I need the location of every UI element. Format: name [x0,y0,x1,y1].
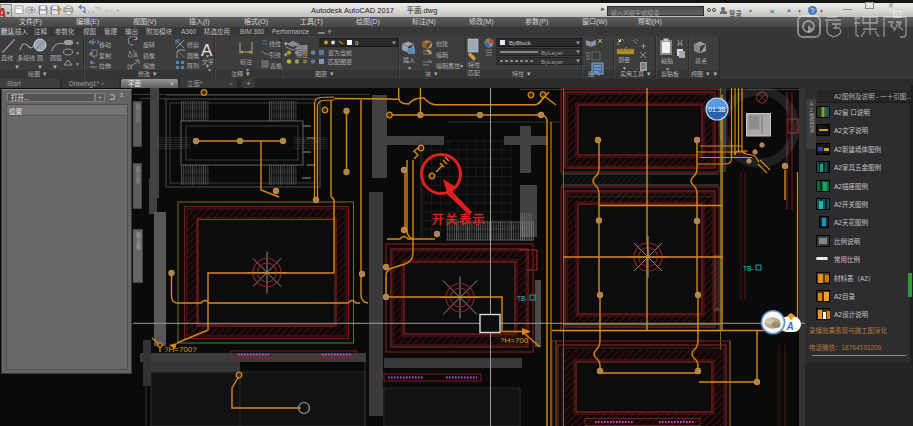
svg-text:编辑属性: 编辑属性 [436,62,460,70]
svg-text:01:38: 01:38 [708,106,726,113]
svg-text:▼: ▼ [52,64,58,70]
svg-text:TB-: TB- [743,265,753,272]
svg-text:▼: ▼ [75,40,80,46]
svg-text:▼: ▼ [75,50,80,56]
svg-text:插入: 插入 [403,56,415,64]
svg-text:ByLayer: ByLayer [541,50,563,56]
svg-text:拉伸: 拉伸 [99,62,111,70]
svg-text:创建: 创建 [436,40,448,48]
svg-text:基点: 基点 [695,57,707,65]
svg-text:▼: ▼ [207,67,212,73]
svg-text:ByLayer: ByLayer [541,59,563,65]
svg-text:圆: 圆 [37,55,43,62]
svg-text:直线: 直线 [1,54,13,61]
svg-text:引线 ▼: 引线 ▼ [269,51,289,59]
svg-text:TB-: TB- [517,295,527,302]
svg-text:文字: 文字 [202,58,214,66]
svg-text:▼: ▼ [245,67,250,73]
svg-text:特性: 特性 [468,61,480,69]
svg-text:▼: ▼ [75,61,80,67]
svg-text:A: A [786,321,794,332]
svg-text:圆角: 圆角 [187,52,199,60]
svg-text:▼: ▼ [37,64,43,70]
svg-text:▼: ▼ [14,64,20,70]
svg-text:表格: 表格 [270,62,282,70]
svg-text:开关表示: 开关表示 [432,212,486,227]
svg-text:匹配图层: 匹配图层 [328,59,352,66]
svg-text:复制: 复制 [99,52,111,60]
svg-text:?H=700: ?H=700 [500,336,529,345]
svg-text:匹配: 匹配 [468,70,480,77]
svg-text:旋转: 旋转 [143,41,155,49]
svg-text:编辑: 编辑 [436,51,448,59]
svg-text:▼: ▼ [407,65,412,71]
svg-text:置为当前: 置为当前 [328,49,352,57]
svg-text:标注: 标注 [240,58,252,66]
svg-text:移动: 移动 [99,41,111,49]
svg-text:阵列: 阵列 [187,62,199,70]
svg-text:▼: ▼ [459,63,464,69]
svg-text:?H=700?: ?H=700? [164,345,197,354]
svg-text:线性 ▼: 线性 ▼ [269,40,289,48]
svg-text:镜像: 镜像 [143,52,155,60]
svg-text:粘贴: 粘贴 [661,57,673,65]
svg-text:A: A [201,41,213,60]
svg-text:▼: ▼ [622,65,627,71]
svg-text:圆弧: 圆弧 [50,54,62,62]
svg-text:▼: ▼ [665,66,670,72]
svg-text:缩放: 缩放 [143,62,155,70]
svg-text:ByBlock: ByBlock [509,40,532,46]
svg-text:测量: 测量 [618,56,630,64]
svg-text:多段线: 多段线 [17,54,35,62]
svg-text:修剪: 修剪 [187,41,199,49]
